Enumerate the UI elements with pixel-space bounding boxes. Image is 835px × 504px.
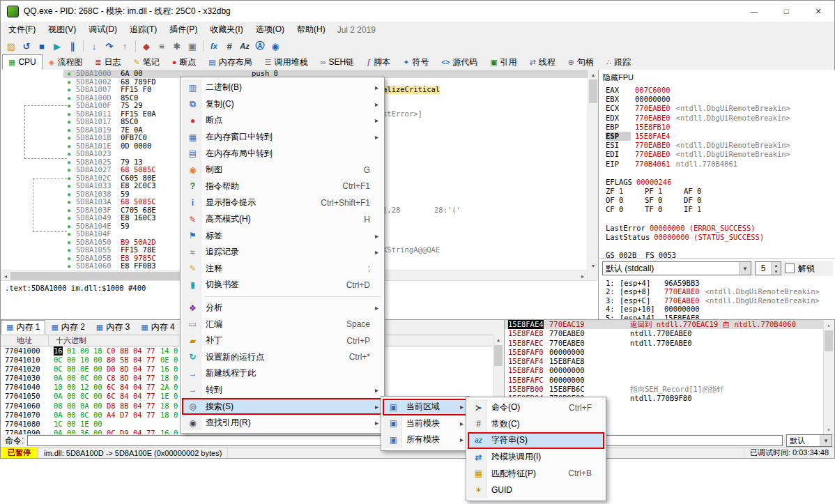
stack-vscrollbar[interactable]: ▴ ▾ xyxy=(823,320,834,434)
a-circle-icon[interactable]: Ⓐ xyxy=(252,39,268,53)
help-icon[interactable]: ◉ xyxy=(268,39,283,53)
vscroll-thumb[interactable] xyxy=(494,345,503,366)
breakpoint-dot[interactable]: ● xyxy=(68,247,70,255)
breakpoint-dot[interactable]: ● xyxy=(68,102,70,111)
menu-item[interactable]: ◎搜索(S)▸ xyxy=(182,398,383,415)
tab-线程[interactable]: ⇄线程 xyxy=(523,54,562,70)
breakpoint-dot[interactable]: ● xyxy=(68,215,70,223)
tab-流程图[interactable]: ◈流程图 xyxy=(43,54,89,70)
window-minimize-button[interactable]: — xyxy=(738,1,770,22)
menu-item[interactable]: i显示指令提示Ctrl+Shift+F1 xyxy=(182,194,383,211)
stop-icon[interactable]: ■ xyxy=(34,39,49,53)
tab-引用[interactable]: ▣引用 xyxy=(484,54,523,70)
menu-item[interactable]: ≈追踪记录▸ xyxy=(182,244,383,261)
argument-row[interactable]: 3:[esp+C]770EABE0<ntdll.DbgUiRemoteBreak… xyxy=(606,296,834,305)
argument-count-stepper[interactable]: 5 ▲ ▼ xyxy=(755,261,781,275)
scroll-down-arrow-icon[interactable]: ▾ xyxy=(824,425,834,434)
stack-row[interactable]: 15E8FAF800000000 xyxy=(505,366,834,375)
breakpoint-dot[interactable]: ● xyxy=(68,183,70,191)
menu-item[interactable]: ✶GUID xyxy=(468,482,604,498)
argument-row[interactable]: 2:[esp+8]770EABE0<ntdll.DbgUiRemoteBreak… xyxy=(606,287,834,296)
run-icon[interactable]: ▶ xyxy=(49,39,65,53)
dump-tab-内存 4[interactable]: ▦内存 4 xyxy=(135,320,180,335)
breakpoint-dot[interactable]: ● xyxy=(68,127,70,135)
breakpoint-dot[interactable]: ● xyxy=(68,119,70,127)
stack-row[interactable]: 15E8FAF000000000 xyxy=(505,348,834,357)
breakpoint-dot[interactable]: ● xyxy=(68,207,70,215)
dump-tab-内存 3[interactable]: ▦内存 3 xyxy=(91,320,135,335)
menu-item[interactable]: ▣所有模块▸ xyxy=(383,432,468,448)
stack-row[interactable]: 15E8FAEC770EABE0ntdll.770EABE0 xyxy=(505,339,834,348)
menu-item[interactable]: ≻命令(O)Ctrl+F xyxy=(468,399,604,416)
menu-item[interactable]: →新建线程于此 xyxy=(182,365,383,382)
tab-断点[interactable]: ●断点 xyxy=(166,54,203,70)
window-close-button[interactable]: ✕ xyxy=(802,1,834,22)
menu-item[interactable]: ▣当前模块▸ xyxy=(383,415,468,432)
menu-item[interactable]: ↻设置新的运行点Ctrl+* xyxy=(182,349,383,366)
fx-icon[interactable]: fx xyxy=(206,39,222,53)
menu-item[interactable]: ✎注释; xyxy=(182,261,383,277)
breakpoint-dot[interactable]: ● xyxy=(68,223,70,231)
menu-item[interactable]: ◉制图G xyxy=(182,162,383,178)
breakpoint-dot[interactable]: ● xyxy=(68,79,70,87)
menu-item[interactable]: ?指令帮助Ctrl+F1 xyxy=(182,178,383,195)
az-icon[interactable]: Az xyxy=(237,39,252,53)
breakpoint-dot[interactable]: ● xyxy=(68,191,70,199)
topmost-icon[interactable]: ▣ xyxy=(185,39,200,53)
menu-item[interactable]: ▦在内存窗口中转到▸ xyxy=(182,129,383,146)
dump-tab-内存 2[interactable]: ▦内存 2 xyxy=(45,320,90,335)
scroll-down-arrow-icon[interactable]: ▾ xyxy=(588,261,598,270)
animate-icon[interactable]: ◆ xyxy=(139,39,154,53)
dump-tab-内存 1[interactable]: ▦内存 1 xyxy=(1,320,45,335)
chevron-down-icon[interactable]: ▼ xyxy=(820,435,832,446)
scroll-up-arrow-icon[interactable]: ▴ xyxy=(493,335,503,344)
stack-row[interactable]: 15E8FAE8770EABE0ntdll.770EABE0 xyxy=(505,329,834,338)
menu-item[interactable]: ❖分析▸ xyxy=(182,300,383,316)
breakpoint-dot[interactable]: ● xyxy=(68,70,70,79)
stepper-up-icon[interactable]: ▲ xyxy=(772,262,781,268)
menu-item[interactable]: ▤在内存布局中转到 xyxy=(182,145,383,162)
pause-icon[interactable]: ∥ xyxy=(65,39,80,53)
tab-脚本[interactable]: ƒ脚本 xyxy=(360,54,397,70)
breakpoint-dot[interactable]: ● xyxy=(68,159,70,167)
menu-item[interactable]: ▮切换书签Ctrl+D xyxy=(182,277,383,293)
tab-句柄[interactable]: ⊕句柄 xyxy=(562,54,600,70)
breakpoint-dot[interactable]: ● xyxy=(68,151,70,159)
scroll-up-arrow-icon[interactable]: ▴ xyxy=(588,70,598,79)
breakpoint-dot[interactable]: ● xyxy=(68,135,70,143)
hash-icon[interactable]: # xyxy=(222,39,237,53)
menu-item[interactable]: →转到▸ xyxy=(182,382,383,399)
breakpoint-dot[interactable]: ● xyxy=(68,167,70,175)
menubar-item-5[interactable]: 收藏夹(I) xyxy=(204,22,249,38)
argument-row[interactable]: 1:[esp+4]96A59BB3 xyxy=(606,279,834,287)
tab-源代码[interactable]: <>源代码 xyxy=(435,54,484,70)
menubar-item-0[interactable]: 文件(F) xyxy=(2,22,42,38)
menu-item[interactable]: ▣当前区域▸ xyxy=(383,399,468,415)
breakpoint-dot[interactable]: ● xyxy=(68,231,70,239)
menu-item[interactable]: ▰补丁Ctrl+P xyxy=(182,333,383,349)
tab-符号[interactable]: ✦符号 xyxy=(397,54,435,70)
menu-item[interactable]: ⚑标签▸ xyxy=(182,227,383,244)
stack-row[interactable]: 15E8FAFC00000000 xyxy=(505,376,834,385)
calling-convention-select[interactable]: 默认 (stdcall) ▼ xyxy=(602,261,751,275)
tab-CPU[interactable]: ▦CPU xyxy=(2,54,43,70)
window-maximize-button[interactable]: □ xyxy=(770,1,802,22)
menu-item[interactable]: ●断点▸ xyxy=(182,112,383,129)
menu-item[interactable]: ◉查找引用(R)▸ xyxy=(182,415,383,432)
settings-icon[interactable]: ✱ xyxy=(169,39,185,53)
breakpoint-dot[interactable]: ● xyxy=(68,143,70,151)
step-out-icon[interactable]: ↑ xyxy=(117,39,132,53)
menu-item[interactable]: ▭汇编Space xyxy=(182,316,383,333)
trace-icon[interactable]: ≡ xyxy=(154,39,169,53)
command-profile-select[interactable]: 默认 ▼ xyxy=(786,434,832,447)
breakpoint-dot[interactable]: ● xyxy=(68,111,70,119)
scroll-up-arrow-icon[interactable]: ▴ xyxy=(824,320,834,330)
disasm-vscrollbar[interactable]: ▴ ▾ xyxy=(588,70,598,280)
menubar-item-2[interactable]: 调试(D) xyxy=(82,22,123,38)
menu-item[interactable]: az字符串(S) xyxy=(468,432,604,449)
stack-row[interactable]: 15E8FB0015E8FB6C指向SEH_Record[1]的指针 xyxy=(505,385,834,394)
breakpoint-dot[interactable]: ● xyxy=(68,175,70,183)
argument-row[interactable]: 4:[esp+10]00000000 xyxy=(606,305,834,313)
step-over-icon[interactable]: ↷ xyxy=(102,39,117,53)
stepper-down-icon[interactable]: ▼ xyxy=(772,268,781,275)
